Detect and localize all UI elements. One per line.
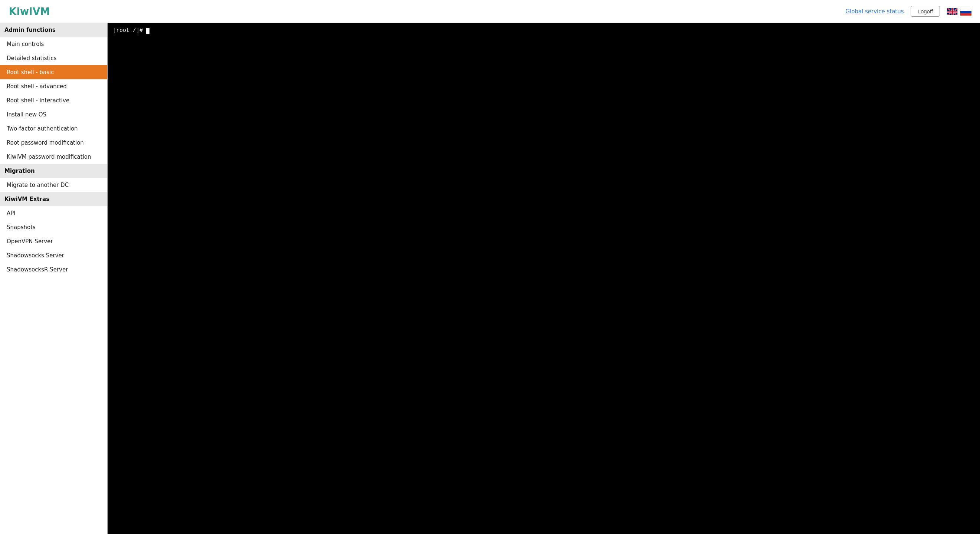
logoff-button[interactable]: Logoff [911,6,940,17]
main-content: [root /]# [108,23,980,534]
sidebar-item-shadowsocksr-server[interactable]: ShadowsocksR Server [0,262,107,277]
sidebar-item-install-new-os[interactable]: Install new OS [0,108,107,122]
sidebar-section-kiwivm-extras: KiwiVM Extras [0,192,107,206]
language-flags [947,8,971,15]
terminal-prompt: [root /]# [113,27,146,34]
sidebar-item-two-factor-auth[interactable]: Two-factor authentication [0,122,107,136]
sidebar: Admin functionsMain controlsDetailed sta… [0,23,108,534]
sidebar-item-detailed-statistics[interactable]: Detailed statistics [0,51,107,65]
sidebar-item-root-shell-advanced[interactable]: Root shell - advanced [0,79,107,94]
terminal[interactable]: [root /]# [108,23,980,534]
sidebar-item-shadowsocks-server[interactable]: Shadowsocks Server [0,248,107,262]
flag-ru-icon[interactable] [960,8,971,15]
sidebar-item-root-password-modification[interactable]: Root password modification [0,136,107,150]
sidebar-item-openvpn-server[interactable]: OpenVPN Server [0,234,107,248]
header-right: Global service status Logoff [845,6,971,17]
svg-rect-2 [960,11,972,13]
svg-rect-3 [960,13,972,16]
header: KiwiVM Global service status Logoff [0,0,980,23]
sidebar-item-root-shell-basic[interactable]: Root shell - basic [0,65,107,79]
sidebar-item-snapshots[interactable]: Snapshots [0,220,107,234]
terminal-cursor [146,28,150,34]
flag-en-icon[interactable] [947,8,958,15]
sidebar-item-kiwivm-password-modification[interactable]: KiwiVM password modification [0,150,107,164]
global-status-link[interactable]: Global service status [845,8,904,15]
sidebar-item-root-shell-interactive[interactable]: Root shell - interactive [0,94,107,108]
sidebar-section-migration: Migration [0,164,107,178]
layout: Admin functionsMain controlsDetailed sta… [0,23,980,534]
sidebar-section-admin-functions: Admin functions [0,23,107,37]
logo: KiwiVM [9,6,50,17]
sidebar-item-migrate-another-dc[interactable]: Migrate to another DC [0,178,107,192]
sidebar-item-api[interactable]: API [0,206,107,220]
svg-rect-1 [960,8,972,11]
sidebar-item-main-controls[interactable]: Main controls [0,37,107,51]
